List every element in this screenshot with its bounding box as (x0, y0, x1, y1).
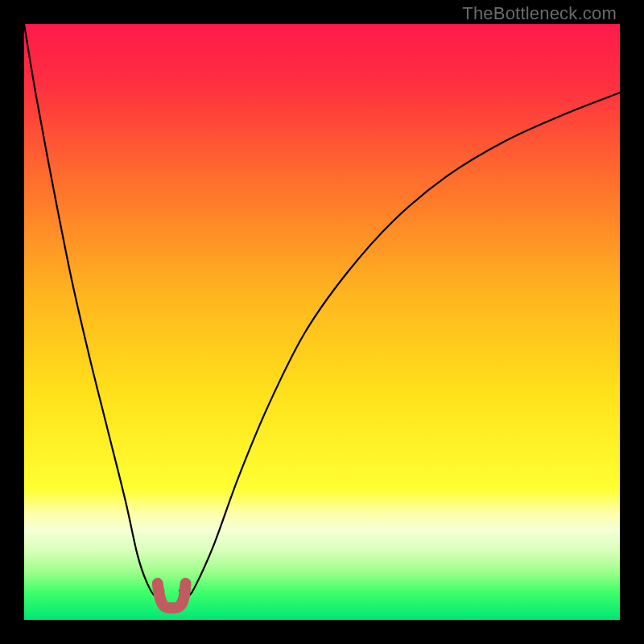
left-branch-curve (24, 24, 164, 597)
plot-area (24, 24, 620, 620)
outer-frame: TheBottleneck.com (0, 0, 644, 644)
watermark-text: TheBottleneck.com (462, 3, 617, 24)
curve-layer (24, 24, 620, 620)
min-marker-u (158, 584, 186, 608)
right-branch-curve (179, 93, 620, 596)
